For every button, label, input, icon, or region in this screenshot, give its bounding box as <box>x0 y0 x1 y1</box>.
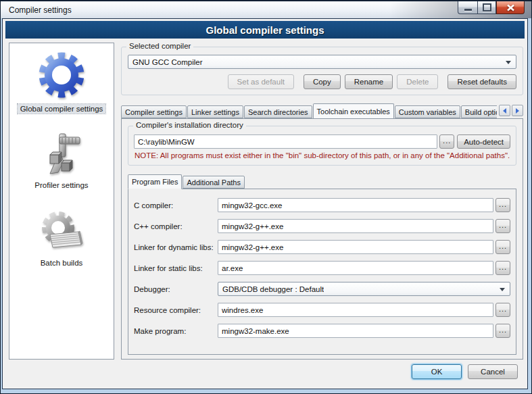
field-label: Linker for static libs: <box>134 264 218 272</box>
field-row-resource-compiler: Resource compiler: ... <box>134 303 510 317</box>
tab-scroll-buttons <box>499 105 523 116</box>
minimize-icon <box>464 9 472 11</box>
arrow-right-icon <box>516 108 519 114</box>
field-row-static-linker: Linker for static libs: ... <box>134 261 510 275</box>
caption-buttons <box>458 1 525 14</box>
ok-button[interactable]: OK <box>412 364 462 379</box>
main-panel: Selected compiler GNU GCC Compiler Set a… <box>121 43 523 360</box>
minimize-button[interactable] <box>458 1 477 14</box>
settings-tabs: Compiler settings Linker settings Search… <box>121 103 497 118</box>
page-title: Global compiler settings <box>5 21 525 39</box>
static-linker-input[interactable] <box>218 261 493 275</box>
arrow-left-icon <box>503 108 506 114</box>
compiler-select-value: GNU GCC Compiler <box>132 58 203 66</box>
tab-build-options[interactable]: Build options <box>461 105 497 118</box>
reset-defaults-button[interactable]: Reset defaults <box>448 74 516 89</box>
make-program-browse-button[interactable]: ... <box>495 324 510 338</box>
tab-additional-paths[interactable]: Additional Paths <box>183 176 245 189</box>
tab-linker-settings[interactable]: Linker settings <box>187 105 243 118</box>
auto-detect-button[interactable]: Auto-detect <box>457 134 510 149</box>
sidebar-item-label: Batch builds <box>38 258 86 268</box>
tab-custom-variables[interactable]: Custom variables <box>395 105 460 118</box>
field-row-cpp-compiler: C++ compiler: ... <box>134 219 510 233</box>
window-title: Compiler settings <box>9 5 72 15</box>
maximize-icon <box>483 3 491 11</box>
c-compiler-input[interactable] <box>218 198 493 212</box>
sidebar-item-label: Profiler settings <box>32 180 91 190</box>
dynamic-linker-browse-button[interactable]: ... <box>495 240 510 254</box>
dynamic-linker-input[interactable] <box>218 240 493 254</box>
set-as-default-button[interactable]: Set as default <box>228 74 294 89</box>
sidebar-item-batch-builds[interactable]: Batch builds <box>38 210 86 268</box>
field-label: C++ compiler: <box>134 222 218 230</box>
installation-directory-row: ... Auto-detect <box>134 134 510 149</box>
cancel-button[interactable]: Cancel <box>468 364 518 379</box>
compiler-select[interactable]: GNU GCC Compiler <box>128 55 516 69</box>
close-button[interactable] <box>496 1 525 14</box>
program-files-tabstrip: Program Files Additional Paths <box>128 174 516 189</box>
close-icon <box>506 4 515 11</box>
gear-blue-icon <box>37 50 87 100</box>
tab-search-directories[interactable]: Search directories <box>244 105 312 118</box>
sidebar-item-global-compiler-settings[interactable]: Global compiler settings <box>18 50 106 114</box>
sidebar-item-profiler-settings[interactable]: Profiler settings <box>32 132 91 190</box>
installation-directory-group: Compiler's installation directory ... Au… <box>128 126 516 166</box>
field-label: Linker for dynamic libs: <box>134 243 218 251</box>
c-compiler-browse-button[interactable]: ... <box>495 198 510 212</box>
debugger-select[interactable]: GDB/CDB debugger : Default <box>218 282 510 296</box>
note-text: NOTE: All programs must exist either in … <box>135 151 510 159</box>
static-linker-browse-button[interactable]: ... <box>495 261 510 275</box>
caliper-icon <box>39 132 84 176</box>
compiler-buttons-row: Set as default Copy Rename Delete Reset … <box>128 74 516 89</box>
maximize-button[interactable] <box>477 1 496 14</box>
field-label: C compiler: <box>134 201 218 210</box>
field-row-c-compiler: C compiler: ... <box>134 198 510 212</box>
field-row-make-program: Make program: ... <box>134 324 510 338</box>
tab-scroll-left-button[interactable] <box>499 105 510 116</box>
selected-compiler-group-label: Selected compiler <box>126 42 193 50</box>
copy-button[interactable]: Copy <box>304 74 341 89</box>
sidebar-item-label: Global compiler settings <box>18 104 106 114</box>
installation-directory-group-label: Compiler's installation directory <box>133 121 246 129</box>
debugger-select-value: GDB/CDB debugger : Default <box>222 285 324 293</box>
settings-tabstrip: Compiler settings Linker settings Search… <box>121 103 523 118</box>
field-label: Make program: <box>134 327 218 335</box>
tab-scroll-right-button[interactable] <box>512 105 523 116</box>
cpp-compiler-input[interactable] <box>218 219 493 233</box>
tab-toolchain-executables[interactable]: Toolchain executables <box>313 103 394 118</box>
resource-compiler-input[interactable] <box>218 303 493 317</box>
resource-compiler-browse-button[interactable]: ... <box>495 303 510 317</box>
tab-compiler-settings[interactable]: Compiler settings <box>121 105 187 118</box>
installation-directory-browse-button[interactable]: ... <box>439 134 454 149</box>
field-label: Resource compiler: <box>134 306 218 314</box>
dialog-content: Global compiler settings <box>3 40 527 360</box>
selected-compiler-group: Selected compiler GNU GCC Compiler Set a… <box>121 47 523 95</box>
tab-program-files[interactable]: Program Files <box>128 174 182 189</box>
delete-button[interactable]: Delete <box>397 74 438 89</box>
toolchain-executables-panel: Compiler's installation directory ... Au… <box>121 118 523 360</box>
gear-stack-icon <box>38 210 85 254</box>
chevron-down-icon <box>500 288 505 291</box>
field-row-dynamic-linker: Linker for dynamic libs: ... <box>134 240 510 254</box>
screen: { "titlebar": { "title": "Compiler setti… <box>0 0 532 394</box>
installation-directory-input[interactable] <box>134 134 437 149</box>
settings-category-list: Global compiler settings <box>9 43 114 360</box>
make-program-input[interactable] <box>218 324 493 338</box>
cpp-compiler-browse-button[interactable]: ... <box>495 219 510 233</box>
window-titlebar[interactable]: Compiler settings <box>0 0 532 18</box>
rename-button[interactable]: Rename <box>345 74 393 89</box>
compiler-settings-dialog: Global compiler settings Global compiler… <box>2 18 528 389</box>
dialog-footer: OK Cancel <box>3 360 527 389</box>
field-label: Debugger: <box>134 285 218 293</box>
field-row-debugger: Debugger: GDB/CDB debugger : Default <box>134 282 510 296</box>
chevron-down-icon <box>506 61 511 64</box>
program-files-panel: C compiler: ... C++ compiler: ... Linker… <box>128 189 516 355</box>
